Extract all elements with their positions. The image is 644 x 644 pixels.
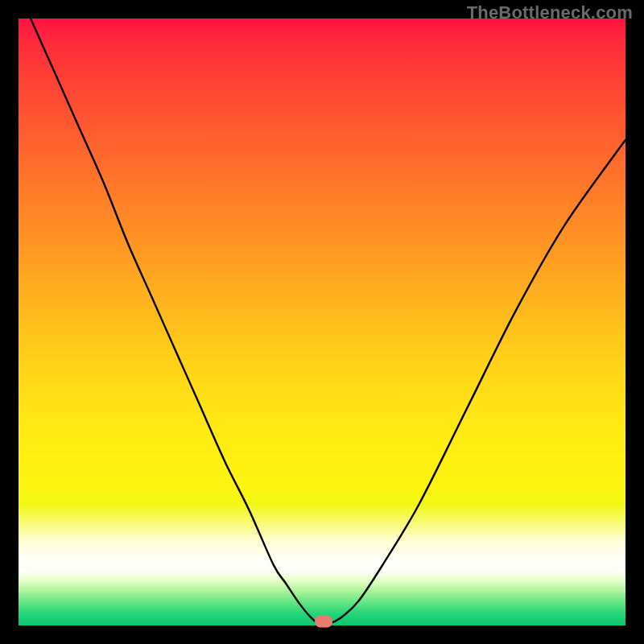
optimal-point-marker [315, 616, 332, 628]
bottleneck-curve [19, 19, 625, 625]
plot-area [19, 19, 625, 625]
watermark-label: TheBottleneck.com [467, 2, 633, 23]
chart-frame: TheBottleneck.com [0, 0, 644, 644]
